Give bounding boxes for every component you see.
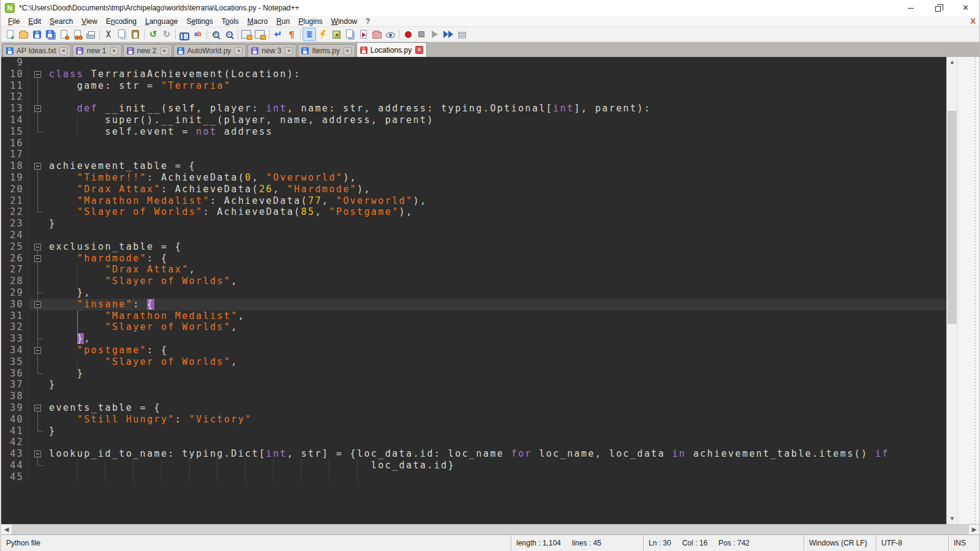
cut-button[interactable] [102, 28, 115, 41]
fold-margin[interactable] [29, 69, 47, 80]
menu-item-language[interactable]: Language [141, 17, 182, 26]
zoom-out-button[interactable]: − [222, 28, 236, 41]
code-text[interactable] [47, 138, 946, 149]
code-text[interactable]: "Drax Attax": AchieveData(26, "Hardmode"… [47, 184, 946, 195]
macro-stop-button[interactable] [415, 28, 428, 41]
undo-button[interactable]: ↺ [146, 28, 160, 41]
code-text[interactable] [47, 57, 946, 69]
code-text[interactable]: "postgame": { [47, 345, 946, 356]
code-text[interactable]: }, [47, 287, 946, 299]
code-text[interactable]: "Still Hungry": "Victory" [47, 414, 946, 425]
tab-close-icon[interactable]: × [285, 47, 293, 55]
code-text[interactable]: "insane": { [47, 299, 946, 310]
macro-run-multiple-button[interactable] [442, 28, 455, 41]
code-text[interactable] [47, 149, 946, 160]
tab-close-icon[interactable]: × [59, 47, 67, 55]
code-text[interactable]: class TerrariaAchievement(Location): [47, 69, 946, 80]
zoom-in-button[interactable]: + [209, 28, 222, 41]
tab-close-icon[interactable]: × [160, 47, 168, 55]
save-all-button[interactable] [43, 28, 57, 41]
save-button[interactable] [30, 28, 43, 41]
menu-item-help[interactable]: ? [361, 17, 374, 26]
code-text[interactable]: } [47, 368, 946, 380]
restore-button[interactable] [924, 0, 952, 16]
vertical-scrollbar-thumb[interactable] [948, 111, 957, 324]
close-all-button[interactable] [70, 28, 84, 41]
tab-close-icon[interactable]: × [344, 47, 352, 55]
find-button[interactable] [178, 28, 191, 41]
code-text[interactable] [47, 437, 946, 448]
code-text[interactable]: } [47, 425, 946, 437]
replace-button[interactable]: ab [191, 28, 205, 41]
close-button[interactable]: × [952, 0, 979, 16]
horizontal-scrollbar[interactable]: ◀ ▶ [1, 524, 979, 535]
tab-autoworld-py[interactable]: AutoWorld.py× [173, 44, 247, 57]
menu-item-tools[interactable]: Tools [217, 17, 243, 26]
tab-new-2[interactable]: new 2× [123, 44, 172, 57]
document-switcher-button[interactable] [343, 28, 356, 41]
code-text[interactable] [47, 391, 946, 402]
menu-item-encoding[interactable]: Encoding [102, 17, 141, 26]
fold-margin[interactable] [29, 345, 47, 356]
tab-close-icon[interactable]: × [235, 47, 243, 55]
code-text[interactable]: "Marathon Medalist", [47, 310, 946, 322]
print-button[interactable] [84, 28, 97, 41]
code-text[interactable]: } [47, 218, 946, 230]
folder-as-workspace-button[interactable] [370, 28, 383, 41]
scroll-up-arrow-icon[interactable]: ▲ [947, 57, 957, 67]
code-text[interactable]: achievement_table = { [47, 160, 946, 172]
open-file-button[interactable] [17, 28, 30, 41]
code-text[interactable]: self.event = not address [47, 126, 946, 138]
code-text[interactable]: "Slayer of Worlds", [47, 276, 946, 287]
menu-item-window[interactable]: Window [327, 17, 362, 26]
tab-close-icon[interactable]: × [415, 46, 423, 54]
scroll-left-arrow-icon[interactable]: ◀ [1, 525, 12, 534]
menu-item-plugins[interactable]: Plugins [294, 17, 326, 26]
fold-margin[interactable] [29, 448, 47, 460]
code-text[interactable] [47, 91, 946, 103]
code-text[interactable]: "hardmode": { [47, 253, 946, 264]
sync-horizontal-scroll-button[interactable] [254, 28, 267, 41]
fold-margin[interactable] [29, 241, 47, 253]
fold-margin[interactable] [29, 253, 47, 264]
tab-new-3[interactable]: new 3× [247, 44, 296, 57]
code-text[interactable]: def __init__(self, player: int, name: st… [47, 103, 946, 114]
scroll-down-arrow-icon[interactable]: ▼ [947, 514, 957, 524]
copy-button[interactable] [115, 28, 129, 41]
code-text[interactable] [47, 471, 946, 483]
code-text[interactable]: "Drax Attax", [47, 264, 946, 276]
fold-margin[interactable] [29, 103, 47, 114]
menu-item-file[interactable]: File [4, 17, 24, 26]
sync-vertical-scroll-button[interactable] [240, 28, 254, 41]
tab-close-icon[interactable]: × [110, 47, 118, 55]
macro-save-button[interactable] [455, 28, 469, 41]
code-text[interactable]: "Timber!!": AchieveData(0, "Overworld"), [47, 172, 946, 184]
code-text[interactable]: }, [47, 333, 946, 345]
code-text[interactable]: "Marathon Medalist": AchieveData(77, "Ov… [47, 195, 946, 207]
minimize-button[interactable] [897, 0, 924, 16]
menu-item-edit[interactable]: Edit [24, 17, 45, 26]
show-all-characters-button[interactable]: ¶ [285, 28, 298, 41]
tab-new-1[interactable]: new 1× [72, 44, 121, 57]
tab-items-py[interactable]: Items.py× [298, 44, 355, 57]
word-wrap-button[interactable]: ↵ [271, 28, 285, 41]
redo-button[interactable]: ↻ [160, 28, 173, 41]
new-file-button[interactable] [3, 28, 17, 41]
code-text[interactable]: "Slayer of Worlds": AchieveData(85, "Pos… [47, 206, 946, 218]
fold-margin[interactable] [29, 402, 47, 414]
monitoring-button[interactable] [356, 28, 370, 41]
indent-guide-button[interactable]: ≣ [303, 28, 316, 41]
code-text[interactable]: "Slayer of Worlds", [47, 321, 946, 333]
macro-play-button[interactable] [428, 28, 442, 41]
tab-locations-py[interactable]: Locations.py× [356, 42, 427, 57]
code-editor[interactable]: 910class TerrariaAchievement(Location):1… [1, 57, 946, 524]
document-map-button[interactable] [330, 28, 343, 41]
scroll-right-arrow-icon[interactable]: ▶ [969, 525, 979, 534]
view-file-button[interactable] [383, 28, 397, 41]
menu-item-run[interactable]: Run [272, 17, 294, 26]
vertical-scrollbar[interactable]: ▲ ▼ [946, 57, 957, 524]
code-text[interactable]: super().__init__(player, name, address, … [47, 114, 946, 126]
menu-item-macro[interactable]: Macro [243, 17, 272, 26]
code-text[interactable]: loc_data.id} [47, 460, 946, 471]
menu-item-search[interactable]: Search [45, 17, 77, 26]
